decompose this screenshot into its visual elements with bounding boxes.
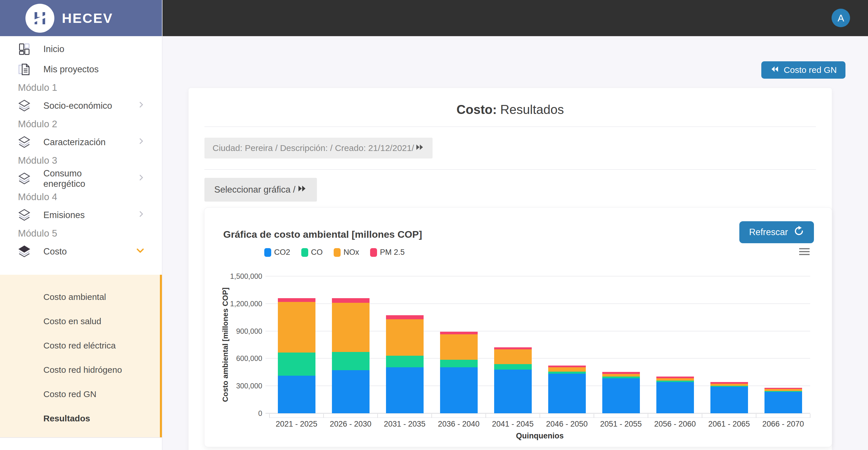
x-tick-label: 2021 - 2025 xyxy=(270,420,323,429)
bar-segment-co2 xyxy=(494,369,532,413)
bar-group xyxy=(486,276,540,413)
y-tick-label: 900,000 xyxy=(236,327,262,335)
app-root: H HECEV Inicio xyxy=(0,0,868,450)
submenu-item-costo-red-gn[interactable]: Costo red GN xyxy=(0,382,160,406)
x-tick xyxy=(486,414,486,418)
legend-item-pm-2.5[interactable]: PM 2.5 xyxy=(370,248,405,257)
x-tick-label: 2051 - 2055 xyxy=(594,420,648,429)
bar-segment-co xyxy=(494,364,532,369)
x-tick xyxy=(702,414,702,418)
sidebar-item-label: Inicio xyxy=(43,44,64,54)
x-tick-label: 2056 - 2060 xyxy=(648,420,702,429)
bar-segment-co2 xyxy=(548,373,586,413)
divider xyxy=(205,169,816,170)
sidebar-item-inicio[interactable]: Inicio xyxy=(0,39,162,59)
costo-red-gn-back-button[interactable]: Costo red GN xyxy=(761,61,845,79)
divider xyxy=(0,437,162,438)
avatar[interactable]: A xyxy=(832,9,850,27)
x-tick-label: 2026 - 2030 xyxy=(323,420,378,429)
submenu-item-costo-red-hidrogeno[interactable]: Costo red hidrógeno xyxy=(0,358,160,382)
x-tick-label: 2046 - 2050 xyxy=(540,420,594,429)
layers-icon xyxy=(18,136,31,149)
sidebar-item-socio-economico[interactable]: Socio-económico xyxy=(0,96,162,116)
bar-segment-pm-2.5 xyxy=(386,315,424,319)
sidebar-item-emisiones[interactable]: Emisiones xyxy=(0,205,162,225)
sidebar-item-caracterizacion[interactable]: Caracterización xyxy=(0,132,162,152)
submenu-item-resultados[interactable]: Resultados xyxy=(0,406,160,431)
select-graph-label: Seleccionar gráfica / xyxy=(214,184,296,195)
bar-segment-nox xyxy=(710,384,748,386)
sidebar-section-modulo-4: Módulo 4 xyxy=(0,189,162,205)
sidebar-item-costo[interactable]: Costo xyxy=(0,241,162,262)
stacked-bar xyxy=(440,332,478,413)
dashboard-icon xyxy=(18,42,31,56)
chart-header: Gráfica de costo ambiental [millones COP… xyxy=(205,208,832,243)
chevron-right-icon xyxy=(137,101,145,111)
bar-segment-nox xyxy=(494,349,532,364)
bar-group xyxy=(594,276,648,413)
legend-swatch xyxy=(370,248,377,257)
bar-segment-co2 xyxy=(278,376,315,413)
project-info-text: Ciudad: Pereira / Descripción: / Creado:… xyxy=(213,143,414,153)
y-axis-ticks: 0300,000600,000900,0001,200,0001,500,000 xyxy=(205,276,262,413)
costo-submenu: Costo ambiental Costo en salud Costo red… xyxy=(0,275,162,437)
chevron-down-icon xyxy=(135,245,145,258)
sidebar-item-label: Mis proyectos xyxy=(43,64,99,74)
logo-text: HECEV xyxy=(62,10,113,26)
sidebar-item-mis-proyectos[interactable]: Mis proyectos xyxy=(0,59,162,80)
bar-segment-co xyxy=(440,360,478,367)
sidebar-item-label: Caracterización xyxy=(43,137,124,148)
x-tick xyxy=(377,414,378,418)
chevron-right-icon xyxy=(137,210,145,220)
bar-group xyxy=(270,276,323,413)
chart-menu-icon[interactable] xyxy=(799,248,810,257)
x-tick-label: 2031 - 2035 xyxy=(378,420,432,429)
legend-label: CO xyxy=(311,248,323,257)
stacked-bar xyxy=(548,365,586,413)
legend-item-nox[interactable]: NOx xyxy=(334,248,359,257)
layers-filled-icon xyxy=(18,245,31,258)
sidebar-item-consumo-energetico[interactable]: Consumo energético xyxy=(0,169,162,189)
project-info-bar[interactable]: Ciudad: Pereira / Descripción: / Creado:… xyxy=(205,138,433,158)
legend-swatch xyxy=(334,248,341,257)
sidebar-item-label: Consumo energético xyxy=(43,168,124,189)
bar-segment-co xyxy=(332,352,370,370)
bar-segment-nox xyxy=(548,367,586,371)
sidebar: H HECEV Inicio xyxy=(0,0,162,450)
submenu-item-costo-en-salud[interactable]: Costo en salud xyxy=(0,309,160,333)
x-tick-label: 2041 - 2045 xyxy=(486,420,540,429)
stacked-bar xyxy=(386,315,424,413)
submenu-item-costo-ambiental[interactable]: Costo ambiental xyxy=(0,285,160,309)
refresh-button-label: Refrescar xyxy=(749,227,788,237)
chart-plot-area xyxy=(270,276,810,413)
refresh-button[interactable]: Refrescar xyxy=(739,221,814,243)
bar-segment-co xyxy=(278,353,315,376)
stacked-bar xyxy=(278,298,315,413)
bar-segment-co2 xyxy=(656,382,694,413)
chevron-right-icon xyxy=(137,174,145,184)
results-card: Costo:Resultados Ciudad: Pereira / Descr… xyxy=(188,88,832,450)
legend-label: CO2 xyxy=(274,248,290,257)
submenu-item-costo-red-electrica[interactable]: Costo red eléctrica xyxy=(0,333,160,358)
content: Costo red GN Costo:Resultados Ciudad: Pe… xyxy=(162,36,868,450)
y-tick-label: 0 xyxy=(258,409,262,418)
x-tick-label: 2066 - 2070 xyxy=(756,420,810,429)
bar-group xyxy=(432,276,486,413)
back-button-label: Costo red GN xyxy=(784,65,837,75)
chevron-right-icon xyxy=(137,137,145,148)
select-graph-button[interactable]: Seleccionar gráfica / xyxy=(205,178,317,202)
x-tick xyxy=(594,414,594,418)
sidebar-nav: Inicio Mis proyectos Módulo 1 xyxy=(0,36,162,438)
stacked-bar xyxy=(710,382,748,413)
layers-icon xyxy=(18,99,31,113)
stacked-bar xyxy=(332,298,370,413)
legend-item-co2[interactable]: CO2 xyxy=(264,248,290,257)
legend-swatch xyxy=(301,248,308,257)
stacked-bar xyxy=(494,347,532,413)
bar-segment-co2 xyxy=(765,392,802,413)
sidebar-item-label: Emisiones xyxy=(43,210,124,220)
legend-item-co[interactable]: CO xyxy=(301,248,323,257)
bar-segment-nox xyxy=(332,303,370,352)
page-title-rest: Resultados xyxy=(500,102,564,117)
x-tick-label: 2036 - 2040 xyxy=(432,420,486,429)
